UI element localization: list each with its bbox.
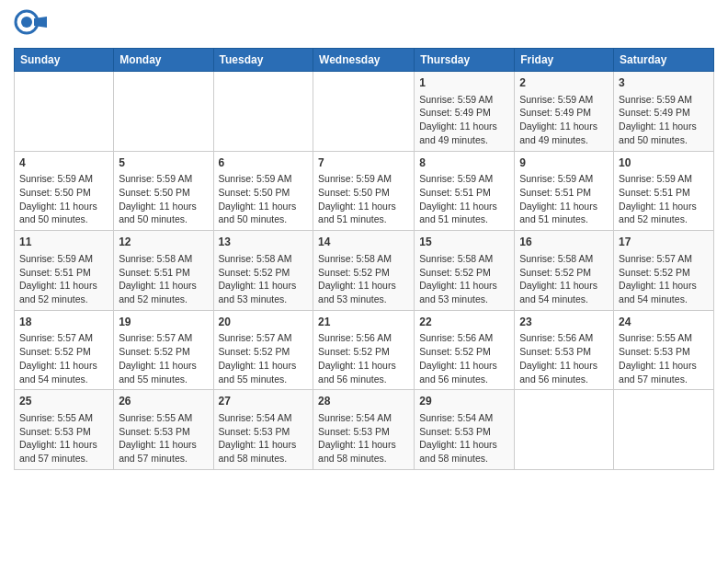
calendar-cell: 14Sunrise: 5:58 AMSunset: 5:52 PMDayligh… (313, 231, 415, 311)
calendar-cell: 3Sunrise: 5:59 AMSunset: 5:49 PMDaylight… (614, 72, 714, 152)
daylight-text: Daylight: 11 hours and 53 minutes. (318, 279, 409, 305)
page-header (14, 9, 714, 42)
day-number: 5 (119, 155, 208, 171)
day-number: 15 (419, 235, 509, 250)
sunrise-text: Sunrise: 5:58 AM (318, 252, 409, 266)
day-number: 24 (619, 315, 709, 330)
sunset-text: Sunset: 5:52 PM (219, 345, 309, 359)
sunrise-text: Sunrise: 5:59 AM (119, 172, 208, 186)
day-number: 29 (419, 394, 509, 409)
sunset-text: Sunset: 5:51 PM (19, 266, 108, 280)
sunrise-text: Sunrise: 5:59 AM (19, 252, 108, 266)
daylight-text: Daylight: 11 hours and 49 minutes. (419, 120, 509, 146)
sunset-text: Sunset: 5:53 PM (219, 425, 309, 439)
calendar-cell: 25Sunrise: 5:55 AMSunset: 5:53 PMDayligh… (15, 390, 114, 470)
daylight-text: Daylight: 11 hours and 52 minutes. (619, 200, 709, 226)
calendar-header: SundayMondayTuesdayWednesdayThursdayFrid… (15, 49, 714, 72)
day-number: 25 (19, 394, 108, 409)
sunset-text: Sunset: 5:53 PM (419, 425, 509, 439)
calendar-cell: 7Sunrise: 5:59 AMSunset: 5:50 PMDaylight… (313, 151, 415, 231)
calendar-table: SundayMondayTuesdayWednesdayThursdayFrid… (14, 48, 714, 470)
sunrise-text: Sunrise: 5:59 AM (619, 93, 709, 107)
day-number: 19 (119, 315, 208, 330)
sunrise-text: Sunrise: 5:55 AM (119, 411, 208, 425)
sunset-text: Sunset: 5:50 PM (19, 186, 108, 200)
sunrise-text: Sunrise: 5:59 AM (19, 172, 108, 186)
calendar-body: 1Sunrise: 5:59 AMSunset: 5:49 PMDaylight… (15, 72, 714, 470)
daylight-text: Daylight: 11 hours and 53 minutes. (419, 279, 509, 305)
day-number: 21 (318, 315, 409, 330)
sunset-text: Sunset: 5:50 PM (318, 186, 409, 200)
calendar-cell: 8Sunrise: 5:59 AMSunset: 5:51 PMDaylight… (415, 151, 515, 231)
sunrise-text: Sunrise: 5:59 AM (219, 172, 309, 186)
daylight-text: Daylight: 11 hours and 56 minutes. (519, 359, 609, 385)
daylight-text: Daylight: 11 hours and 51 minutes. (318, 200, 409, 226)
sunset-text: Sunset: 5:52 PM (219, 266, 309, 280)
sunset-text: Sunset: 5:53 PM (318, 425, 409, 439)
calendar-cell: 5Sunrise: 5:59 AMSunset: 5:50 PMDaylight… (114, 151, 213, 231)
sunrise-text: Sunrise: 5:54 AM (419, 411, 509, 425)
daylight-text: Daylight: 11 hours and 57 minutes. (19, 438, 108, 465)
calendar-cell: 10Sunrise: 5:59 AMSunset: 5:51 PMDayligh… (614, 151, 714, 231)
calendar-cell (313, 72, 415, 152)
calendar-cell: 16Sunrise: 5:58 AMSunset: 5:52 PMDayligh… (515, 231, 614, 311)
calendar-cell: 15Sunrise: 5:58 AMSunset: 5:52 PMDayligh… (415, 231, 515, 311)
daylight-text: Daylight: 11 hours and 51 minutes. (519, 200, 609, 226)
day-header-sunday: Sunday (15, 49, 114, 72)
sunset-text: Sunset: 5:50 PM (119, 186, 208, 200)
daylight-text: Daylight: 11 hours and 58 minutes. (419, 438, 509, 465)
day-number: 2 (519, 75, 609, 91)
daylight-text: Daylight: 11 hours and 53 minutes. (219, 279, 309, 305)
sunrise-text: Sunrise: 5:57 AM (19, 331, 108, 345)
sunrise-text: Sunrise: 5:54 AM (219, 411, 309, 425)
sunset-text: Sunset: 5:49 PM (419, 106, 509, 120)
sunrise-text: Sunrise: 5:54 AM (318, 411, 409, 425)
daylight-text: Daylight: 11 hours and 58 minutes. (318, 438, 409, 465)
calendar-cell: 13Sunrise: 5:58 AMSunset: 5:52 PMDayligh… (213, 231, 313, 311)
calendar-cell: 27Sunrise: 5:54 AMSunset: 5:53 PMDayligh… (213, 390, 313, 470)
day-number: 8 (419, 155, 509, 171)
day-number: 1 (419, 75, 509, 91)
daylight-text: Daylight: 11 hours and 50 minutes. (219, 200, 309, 226)
daylight-text: Daylight: 11 hours and 50 minutes. (19, 200, 108, 226)
sunrise-text: Sunrise: 5:58 AM (219, 252, 309, 266)
day-number: 14 (318, 235, 409, 250)
calendar-cell (213, 72, 313, 152)
sunrise-text: Sunrise: 5:59 AM (519, 172, 609, 186)
sunset-text: Sunset: 5:49 PM (519, 106, 609, 120)
sunset-text: Sunset: 5:53 PM (619, 345, 709, 359)
day-header-friday: Friday (515, 49, 614, 72)
daylight-text: Daylight: 11 hours and 54 minutes. (619, 279, 709, 305)
daylight-text: Daylight: 11 hours and 52 minutes. (19, 279, 108, 305)
day-number: 20 (219, 315, 309, 330)
calendar-week-1: 1Sunrise: 5:59 AMSunset: 5:49 PMDaylight… (15, 72, 714, 152)
calendar-cell: 12Sunrise: 5:58 AMSunset: 5:51 PMDayligh… (114, 231, 213, 311)
calendar-cell: 28Sunrise: 5:54 AMSunset: 5:53 PMDayligh… (313, 390, 415, 470)
daylight-text: Daylight: 11 hours and 55 minutes. (219, 359, 309, 385)
sunset-text: Sunset: 5:49 PM (619, 106, 709, 120)
calendar-cell: 17Sunrise: 5:57 AMSunset: 5:52 PMDayligh… (614, 231, 714, 311)
sunset-text: Sunset: 5:52 PM (419, 345, 509, 359)
calendar-cell: 24Sunrise: 5:55 AMSunset: 5:53 PMDayligh… (614, 310, 714, 390)
sunset-text: Sunset: 5:53 PM (19, 425, 108, 439)
daylight-text: Daylight: 11 hours and 50 minutes. (619, 120, 709, 146)
day-header-wednesday: Wednesday (313, 49, 415, 72)
calendar-cell (515, 390, 614, 470)
day-number: 28 (318, 394, 409, 409)
calendar-week-5: 25Sunrise: 5:55 AMSunset: 5:53 PMDayligh… (15, 390, 714, 470)
sunset-text: Sunset: 5:51 PM (519, 186, 609, 200)
calendar-cell (15, 72, 114, 152)
day-number: 3 (619, 75, 709, 91)
day-number: 4 (19, 155, 108, 171)
sunrise-text: Sunrise: 5:56 AM (318, 331, 409, 345)
calendar-cell (614, 390, 714, 470)
sunset-text: Sunset: 5:52 PM (119, 345, 208, 359)
day-number: 17 (619, 235, 709, 250)
day-number: 26 (119, 394, 208, 409)
sunrise-text: Sunrise: 5:56 AM (419, 331, 509, 345)
calendar-cell: 4Sunrise: 5:59 AMSunset: 5:50 PMDaylight… (15, 151, 114, 231)
daylight-text: Daylight: 11 hours and 51 minutes. (419, 200, 509, 226)
calendar-cell: 29Sunrise: 5:54 AMSunset: 5:53 PMDayligh… (415, 390, 515, 470)
day-number: 11 (19, 235, 108, 250)
sunset-text: Sunset: 5:52 PM (419, 266, 509, 280)
